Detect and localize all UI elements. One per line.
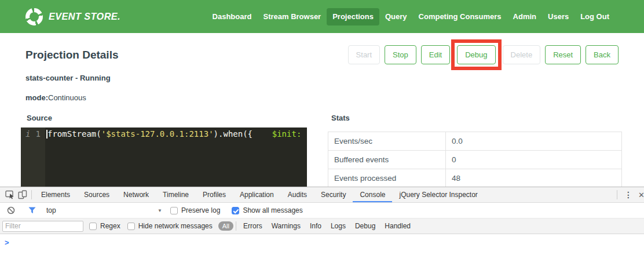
code-token: fu	[306, 129, 307, 139]
filter-level-warnings[interactable]: Warnings	[272, 222, 301, 230]
nav-item-projections[interactable]: Projections	[327, 8, 379, 26]
device-toolbar-icon[interactable]	[16, 188, 29, 201]
tab-profiles[interactable]: Profiles	[196, 187, 233, 202]
back-button[interactable]: Back	[586, 45, 619, 64]
start-button[interactable]: Start	[348, 45, 380, 64]
preserve-log-label: Preserve log	[181, 206, 220, 214]
stat-value: 48	[446, 169, 622, 187]
chevron-down-icon: ▼	[158, 208, 162, 213]
filter-level-handled[interactable]: Handled	[385, 222, 411, 230]
reset-button[interactable]: Reset	[545, 45, 581, 64]
source-code-editor[interactable]: i 1 fromStream('$stats-127.0.0.1:2113').…	[21, 128, 307, 187]
filter-input[interactable]	[2, 221, 83, 232]
event-store-ring-icon	[25, 8, 43, 26]
page-title: Projection Details	[25, 49, 119, 61]
debug-button[interactable]: Debug	[457, 45, 495, 64]
code-line[interactable]: fromStream('$stats-127.0.0.1:2113').when…	[45, 128, 307, 187]
event-store-app: EVENT STORE. Dashboard Stream Browser Pr…	[0, 0, 644, 255]
stop-button[interactable]: Stop	[385, 45, 416, 64]
top-navbar: EVENT STORE. Dashboard Stream Browser Pr…	[0, 0, 644, 33]
title-row: Projection Details Start Stop Edit Debug…	[0, 33, 644, 64]
line-number: 1	[36, 129, 41, 140]
code-token	[301, 129, 306, 139]
filter-level-all-badge[interactable]: All	[218, 221, 233, 231]
tab-console[interactable]: Console	[353, 187, 392, 202]
regex-label: Regex	[100, 222, 120, 230]
logo-text: EVENT STORE.	[49, 11, 120, 23]
tab-sources[interactable]: Sources	[77, 187, 116, 202]
show-all-messages-checkbox[interactable]	[232, 207, 239, 214]
code-token	[253, 129, 272, 139]
filter-level-logs[interactable]: Logs	[331, 222, 346, 230]
preserve-log-checkbox[interactable]	[170, 207, 178, 214]
nav-item-users[interactable]: Users	[542, 8, 575, 26]
edit-button[interactable]: Edit	[421, 45, 450, 64]
filter-level-errors[interactable]: Errors	[243, 222, 262, 230]
hide-network-messages-label: Hide network messages	[138, 222, 213, 230]
filter-level-info[interactable]: Info	[310, 222, 321, 230]
table-row: Events processed 48	[328, 169, 622, 187]
tab-timeline[interactable]: Timeline	[156, 187, 196, 202]
divider	[236, 221, 236, 231]
tab-jquery-selector-inspector[interactable]: jQuery Selector Inspector	[392, 187, 484, 202]
nav-item-stream-browser[interactable]: Stream Browser	[257, 8, 327, 26]
clear-console-icon[interactable]	[5, 204, 17, 217]
main-nav: Dashboard Stream Browser Projections Que…	[207, 8, 615, 26]
context-value: top	[46, 206, 56, 214]
console-toolbar: top ▼ Preserve log Show all messages	[0, 203, 644, 218]
source-label: Source	[27, 114, 307, 122]
filter-funnel-icon[interactable]	[25, 204, 38, 217]
stat-value: 0	[446, 151, 622, 169]
devtools-tab-actions: ⋮ ✕	[614, 190, 642, 199]
projection-actions: Start Stop Edit Debug Delete Reset Back	[348, 45, 619, 64]
inspect-element-icon[interactable]	[3, 188, 16, 201]
debug-highlight-annotation: Debug	[451, 39, 501, 70]
close-devtools-icon[interactable]: ✕	[637, 191, 644, 199]
detail-columns: Source i 1 fromStream('$stats-127.0.0.1:…	[21, 114, 644, 187]
nav-item-dashboard[interactable]: Dashboard	[207, 8, 258, 26]
stats-table: Events/sec 0.0 Buffered events 0 Events …	[328, 132, 622, 187]
event-store-logo[interactable]: EVENT STORE.	[25, 8, 123, 26]
code-token: $init:	[272, 129, 302, 139]
stats-section: Stats Events/sec 0.0 Buffered events 0 E…	[328, 114, 622, 187]
delete-button[interactable]: Delete	[503, 45, 541, 64]
stat-value: 0.0	[446, 132, 622, 151]
nav-item-query[interactable]: Query	[379, 8, 413, 26]
table-row: Buffered events 0	[328, 151, 622, 169]
console-filter-bar: Regex Hide network messages All Errors W…	[0, 218, 644, 234]
page-content: Projection Details Start Stop Edit Debug…	[0, 33, 644, 187]
stat-key: Events processed	[328, 169, 446, 187]
mode-label: mode:	[25, 93, 48, 102]
tab-network[interactable]: Network	[116, 187, 156, 202]
regex-checkbox[interactable]	[89, 223, 97, 230]
code-token: '$stats-127.0.0.1:2113'	[101, 129, 214, 139]
console-prompt[interactable]: >	[0, 234, 644, 255]
divider	[617, 190, 617, 199]
divider	[31, 190, 32, 199]
source-section: Source i 1 fromStream('$stats-127.0.0.1:…	[21, 114, 307, 187]
code-token: fromStream(	[47, 129, 101, 139]
filter-level-debug[interactable]: Debug	[355, 222, 375, 230]
editor-gutter: i 1	[21, 128, 45, 187]
nav-item-admin[interactable]: Admin	[507, 8, 542, 26]
tab-elements[interactable]: Elements	[34, 187, 77, 202]
nav-item-competing-consumers[interactable]: Competing Consumers	[413, 8, 507, 26]
show-all-messages-label: Show all messages	[243, 206, 302, 214]
tab-audits[interactable]: Audits	[281, 187, 314, 202]
stats-label: Stats	[331, 114, 622, 122]
mode-value: Continuous	[48, 93, 86, 102]
projection-status: stats-counter - Running	[25, 74, 644, 82]
nav-item-log-out[interactable]: Log Out	[575, 8, 615, 26]
tab-application[interactable]: Application	[233, 187, 281, 202]
devtools-tab-bar: Elements Sources Network Timeline Profil…	[0, 187, 644, 203]
execution-context-selector[interactable]: top ▼	[46, 206, 162, 214]
code-token: ).when({	[214, 129, 253, 139]
gutter-annotation-icon: i	[25, 129, 30, 140]
kebab-menu-icon[interactable]: ⋮	[620, 190, 637, 199]
devtools-panel: Elements Sources Network Timeline Profil…	[0, 187, 644, 255]
hide-network-messages-checkbox[interactable]	[127, 223, 135, 230]
stat-key: Buffered events	[328, 151, 446, 169]
projection-mode: mode:Continuous	[25, 93, 644, 102]
stat-key: Events/sec	[328, 132, 446, 151]
tab-security[interactable]: Security	[314, 187, 353, 202]
